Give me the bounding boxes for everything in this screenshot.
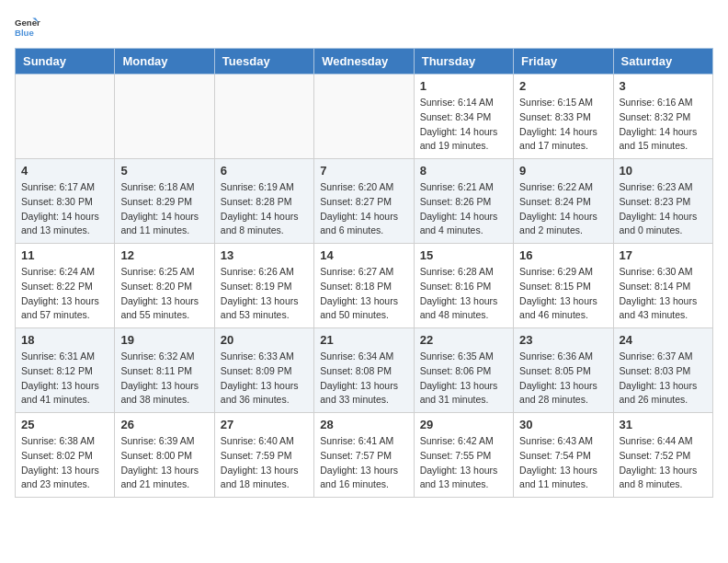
day-info: Sunrise: 6:44 AMSunset: 7:52 PMDaylight:… (620, 434, 707, 492)
day-info: Sunrise: 6:31 AMSunset: 8:12 PMDaylight:… (21, 350, 108, 408)
day-number: 19 (120, 333, 208, 347)
weekday-header-wednesday: Wednesday (314, 49, 414, 75)
calendar-cell (16, 75, 115, 159)
day-number: 27 (221, 418, 308, 431)
calendar-cell: 3Sunrise: 6:16 AMSunset: 8:32 PMDaylight… (613, 75, 712, 159)
day-number: 6 (221, 164, 308, 178)
calendar-cell (214, 75, 313, 159)
day-info: Sunrise: 6:37 AMSunset: 8:03 PMDaylight:… (620, 350, 707, 408)
calendar-cell: 8Sunrise: 6:21 AMSunset: 8:26 PMDaylight… (414, 159, 513, 244)
weekday-header-thursday: Thursday (414, 49, 513, 75)
day-info: Sunrise: 6:20 AMSunset: 8:27 PMDaylight:… (320, 180, 407, 238)
day-info: Sunrise: 6:43 AMSunset: 7:54 PMDaylight:… (519, 434, 607, 492)
day-info: Sunrise: 6:39 AMSunset: 8:00 PMDaylight:… (120, 434, 208, 492)
day-number: 3 (620, 79, 707, 93)
day-number: 18 (21, 333, 108, 347)
weekday-header-monday: Monday (115, 49, 214, 75)
week-row-5: 25Sunrise: 6:38 AMSunset: 8:02 PMDayligh… (16, 413, 713, 498)
day-info: Sunrise: 6:18 AMSunset: 8:29 PMDaylight:… (120, 180, 208, 238)
day-info: Sunrise: 6:24 AMSunset: 8:22 PMDaylight:… (21, 265, 108, 323)
day-info: Sunrise: 6:36 AMSunset: 8:05 PMDaylight:… (519, 350, 607, 408)
calendar-cell: 23Sunrise: 6:36 AMSunset: 8:05 PMDayligh… (514, 328, 613, 413)
calendar-cell: 21Sunrise: 6:34 AMSunset: 8:08 PMDayligh… (314, 328, 414, 413)
calendar-cell: 25Sunrise: 6:38 AMSunset: 8:02 PMDayligh… (16, 413, 115, 498)
weekday-header-sunday: Sunday (16, 49, 115, 75)
day-number: 28 (320, 418, 407, 431)
day-info: Sunrise: 6:26 AMSunset: 8:19 PMDaylight:… (221, 265, 308, 323)
day-number: 5 (120, 164, 208, 178)
day-number: 12 (120, 248, 208, 262)
svg-text:Blue: Blue (15, 28, 34, 38)
day-info: Sunrise: 6:34 AMSunset: 8:08 PMDaylight:… (320, 350, 407, 408)
weekday-header-row: SundayMondayTuesdayWednesdayThursdayFrid… (16, 49, 713, 75)
calendar-cell: 10Sunrise: 6:23 AMSunset: 8:23 PMDayligh… (613, 159, 712, 244)
logo: General Blue (15, 15, 40, 40)
calendar-cell: 26Sunrise: 6:39 AMSunset: 8:00 PMDayligh… (115, 413, 214, 498)
day-info: Sunrise: 6:40 AMSunset: 7:59 PMDaylight:… (221, 434, 308, 492)
calendar-cell: 13Sunrise: 6:26 AMSunset: 8:19 PMDayligh… (214, 244, 313, 328)
calendar-cell (115, 75, 214, 159)
day-number: 7 (320, 164, 407, 178)
day-number: 23 (519, 333, 607, 347)
day-number: 25 (21, 418, 108, 431)
day-info: Sunrise: 6:42 AMSunset: 7:55 PMDaylight:… (420, 434, 507, 492)
day-number: 24 (620, 333, 707, 347)
calendar-cell: 24Sunrise: 6:37 AMSunset: 8:03 PMDayligh… (613, 328, 712, 413)
week-row-2: 4Sunrise: 6:17 AMSunset: 8:30 PMDaylight… (16, 159, 713, 244)
svg-text:General: General (15, 17, 40, 28)
header: General Blue (15, 15, 713, 40)
day-info: Sunrise: 6:32 AMSunset: 8:11 PMDaylight:… (120, 350, 208, 408)
day-info: Sunrise: 6:16 AMSunset: 8:32 PMDaylight:… (620, 96, 707, 154)
day-info: Sunrise: 6:21 AMSunset: 8:26 PMDaylight:… (420, 180, 507, 238)
day-info: Sunrise: 6:27 AMSunset: 8:18 PMDaylight:… (320, 265, 407, 323)
day-info: Sunrise: 6:17 AMSunset: 8:30 PMDaylight:… (21, 180, 108, 238)
day-number: 4 (21, 164, 108, 178)
day-info: Sunrise: 6:41 AMSunset: 7:57 PMDaylight:… (320, 434, 407, 492)
day-number: 21 (320, 333, 407, 347)
day-number: 20 (221, 333, 308, 347)
day-number: 14 (320, 248, 407, 262)
calendar-cell: 4Sunrise: 6:17 AMSunset: 8:30 PMDaylight… (16, 159, 115, 244)
calendar-cell: 27Sunrise: 6:40 AMSunset: 7:59 PMDayligh… (214, 413, 313, 498)
day-number: 30 (519, 418, 607, 431)
calendar-cell: 15Sunrise: 6:28 AMSunset: 8:16 PMDayligh… (414, 244, 513, 328)
day-info: Sunrise: 6:19 AMSunset: 8:28 PMDaylight:… (221, 180, 308, 238)
day-number: 9 (519, 164, 607, 178)
day-number: 11 (21, 248, 108, 262)
week-row-3: 11Sunrise: 6:24 AMSunset: 8:22 PMDayligh… (16, 244, 713, 328)
day-number: 31 (620, 418, 707, 431)
day-info: Sunrise: 6:30 AMSunset: 8:14 PMDaylight:… (620, 265, 707, 323)
day-info: Sunrise: 6:15 AMSunset: 8:33 PMDaylight:… (519, 96, 607, 154)
calendar-cell: 9Sunrise: 6:22 AMSunset: 8:24 PMDaylight… (514, 159, 613, 244)
calendar-cell: 11Sunrise: 6:24 AMSunset: 8:22 PMDayligh… (16, 244, 115, 328)
calendar-cell: 7Sunrise: 6:20 AMSunset: 8:27 PMDaylight… (314, 159, 414, 244)
day-info: Sunrise: 6:29 AMSunset: 8:15 PMDaylight:… (519, 265, 607, 323)
calendar-cell: 5Sunrise: 6:18 AMSunset: 8:29 PMDaylight… (115, 159, 214, 244)
day-info: Sunrise: 6:25 AMSunset: 8:20 PMDaylight:… (120, 265, 208, 323)
day-number: 8 (420, 164, 507, 178)
calendar-cell (314, 75, 414, 159)
day-info: Sunrise: 6:28 AMSunset: 8:16 PMDaylight:… (420, 265, 507, 323)
calendar-cell: 6Sunrise: 6:19 AMSunset: 8:28 PMDaylight… (214, 159, 313, 244)
day-info: Sunrise: 6:38 AMSunset: 8:02 PMDaylight:… (21, 434, 108, 492)
calendar-cell: 31Sunrise: 6:44 AMSunset: 7:52 PMDayligh… (613, 413, 712, 498)
day-info: Sunrise: 6:35 AMSunset: 8:06 PMDaylight:… (420, 350, 507, 408)
day-number: 29 (420, 418, 507, 431)
day-info: Sunrise: 6:23 AMSunset: 8:23 PMDaylight:… (620, 180, 707, 238)
week-row-1: 1Sunrise: 6:14 AMSunset: 8:34 PMDaylight… (16, 75, 713, 159)
weekday-header-tuesday: Tuesday (214, 49, 313, 75)
day-info: Sunrise: 6:33 AMSunset: 8:09 PMDaylight:… (221, 350, 308, 408)
day-number: 17 (620, 248, 707, 262)
calendar-cell: 30Sunrise: 6:43 AMSunset: 7:54 PMDayligh… (514, 413, 613, 498)
calendar: SundayMondayTuesdayWednesdayThursdayFrid… (15, 48, 713, 498)
calendar-cell: 18Sunrise: 6:31 AMSunset: 8:12 PMDayligh… (16, 328, 115, 413)
day-number: 26 (120, 418, 208, 431)
day-number: 10 (620, 164, 707, 178)
logo-icon: General Blue (15, 15, 40, 40)
day-number: 2 (519, 79, 607, 93)
day-number: 15 (420, 248, 507, 262)
weekday-header-friday: Friday (514, 49, 613, 75)
calendar-cell: 12Sunrise: 6:25 AMSunset: 8:20 PMDayligh… (115, 244, 214, 328)
week-row-4: 18Sunrise: 6:31 AMSunset: 8:12 PMDayligh… (16, 328, 713, 413)
day-number: 16 (519, 248, 607, 262)
